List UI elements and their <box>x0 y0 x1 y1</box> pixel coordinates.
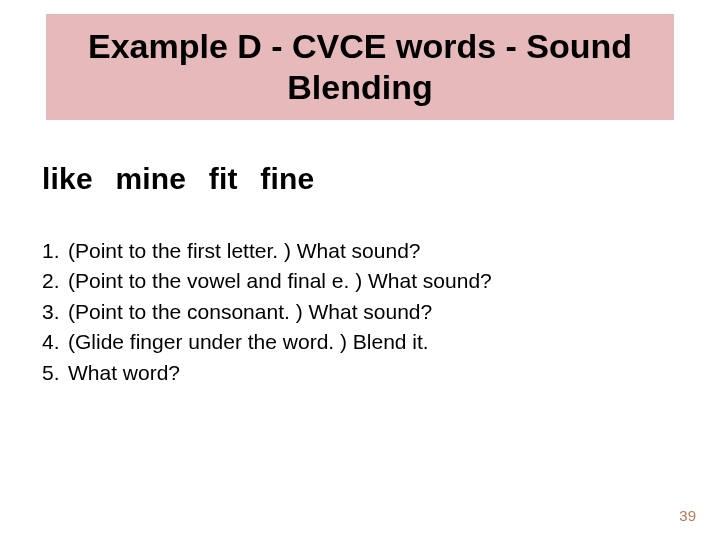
step-number: 4. <box>42 327 68 357</box>
step-text: (Point to the first letter. ) What sound… <box>68 236 421 266</box>
steps-list: 1. (Point to the first letter. ) What so… <box>42 236 492 388</box>
word-item: mine <box>115 162 186 195</box>
step-text: What word? <box>68 358 180 388</box>
step-text: (Point to the vowel and final e. ) What … <box>68 266 492 296</box>
title-banner: Example D - CVCE words - Sound Blending <box>46 14 674 120</box>
step-item: 3. (Point to the consonant. ) What sound… <box>42 297 492 327</box>
step-number: 1. <box>42 236 68 266</box>
slide-title: Example D - CVCE words - Sound Blending <box>46 26 674 108</box>
step-text: (Glide finger under the word. ) Blend it… <box>68 327 429 357</box>
step-number: 3. <box>42 297 68 327</box>
step-item: 5. What word? <box>42 358 492 388</box>
step-item: 1. (Point to the first letter. ) What so… <box>42 236 492 266</box>
word-list: like mine fit fine <box>42 162 314 196</box>
word-item: like <box>42 162 93 195</box>
step-item: 2. (Point to the vowel and final e. ) Wh… <box>42 266 492 296</box>
word-item: fit <box>209 162 238 195</box>
page-number: 39 <box>679 507 696 524</box>
step-text: (Point to the consonant. ) What sound? <box>68 297 432 327</box>
step-number: 2. <box>42 266 68 296</box>
word-item: fine <box>260 162 314 195</box>
step-number: 5. <box>42 358 68 388</box>
step-item: 4. (Glide finger under the word. ) Blend… <box>42 327 492 357</box>
